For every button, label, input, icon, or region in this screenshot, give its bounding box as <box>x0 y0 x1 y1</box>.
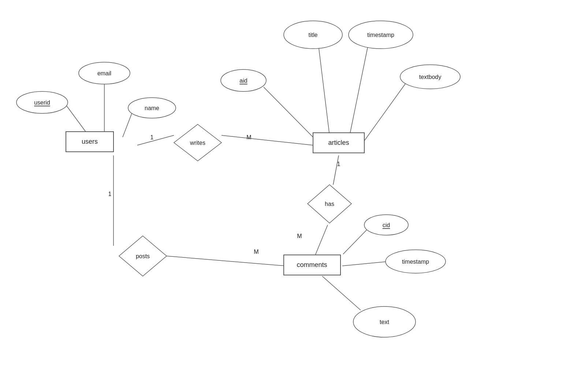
attr-email-label: email <box>97 70 111 76</box>
cardinality-writes-articles: M <box>246 134 251 140</box>
cardinality-posts-users: 1 <box>108 191 112 197</box>
connector-writes-articles <box>222 135 313 145</box>
attr-text-label: text <box>380 319 389 325</box>
connector-aid-articles <box>264 87 313 137</box>
connector-cid-comments <box>343 229 368 254</box>
cardinality-posts-comments: M <box>254 249 258 255</box>
connector-posts-comments <box>167 256 286 266</box>
attr-aid-label: aid <box>239 78 247 84</box>
relationship-writes-label: writes <box>190 140 205 146</box>
attr-timestamp-comments-label: timestamp <box>402 259 429 265</box>
cardinality-has-comments: M <box>297 233 302 239</box>
entity-users-label: users <box>82 138 98 145</box>
entity-articles-label: articles <box>328 139 349 146</box>
attr-timestamp-articles-label: timestamp <box>367 32 394 38</box>
entity-comments-label: comments <box>297 261 327 268</box>
connector-text-comments <box>322 276 361 310</box>
cardinality-has-articles: 1 <box>337 161 340 167</box>
er-diagram: users articles comments writes has posts… <box>0 0 588 365</box>
connector-timestamp-articles <box>350 46 368 135</box>
cardinality-writes-users: 1 <box>150 134 154 140</box>
connector-name-users <box>123 113 132 137</box>
attr-title-label: title <box>309 32 318 38</box>
connector-textbody-articles <box>364 82 406 141</box>
attr-textbody-label: textbody <box>419 74 441 80</box>
relationship-has-label: has <box>325 201 334 207</box>
attr-cid-label: cid <box>383 222 390 228</box>
connector-has-comments <box>315 225 328 256</box>
connector-users-writes <box>137 135 174 145</box>
connector-title-articles <box>319 46 330 135</box>
connector-articles-has <box>333 155 339 185</box>
connector-timestamp-comments <box>342 261 388 266</box>
relationship-posts-label: posts <box>136 253 150 259</box>
attr-userid-label: userid <box>34 99 50 106</box>
attr-name-label: name <box>145 105 159 111</box>
